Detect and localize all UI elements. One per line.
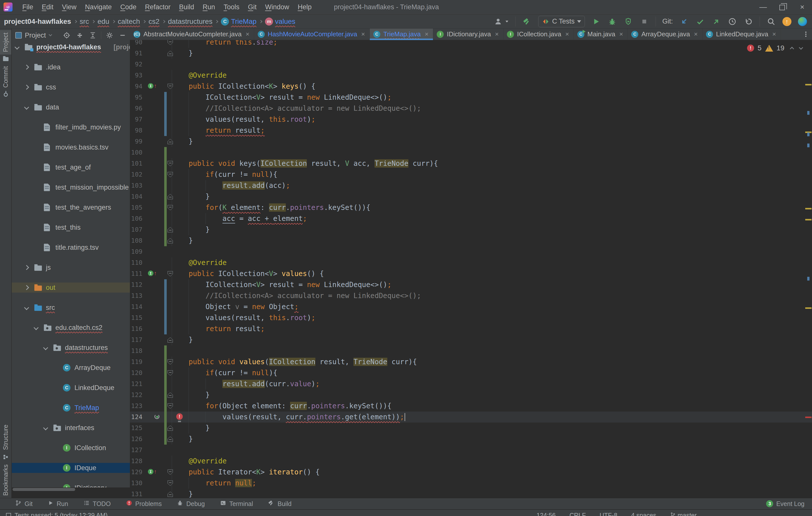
code-line-127[interactable]: 127 [130, 445, 812, 456]
menu-tools[interactable]: Tools [220, 0, 244, 14]
inspections-widget[interactable]: ! 5 19 [747, 44, 803, 52]
code-line-92[interactable]: 92 [130, 59, 812, 70]
code-line-100[interactable]: 100 [130, 147, 812, 158]
chevron-down-icon[interactable] [34, 325, 38, 330]
tab-close-icon[interactable]: × [619, 30, 623, 38]
code-line-95[interactable]: 95 ICollection<V> result = new LinkedDeq… [130, 92, 812, 103]
code-line-103[interactable]: 103 result.add(acc); [130, 180, 812, 191]
tab-ICollection.java[interactable]: IICollection.java× [503, 29, 574, 40]
rollback-icon[interactable] [744, 17, 753, 26]
status-widget-4-spaces[interactable]: 4 spaces [631, 512, 656, 516]
error-stripe-mark[interactable] [805, 417, 812, 418]
breadcrumb-caltech[interactable]: caltech [118, 18, 140, 26]
code-line-124[interactable]: 124! values(result, curr.pointers.get(el… [130, 412, 812, 423]
tree-item-project04-hawflakes[interactable]: project04-hawflakes [project04-aut [12, 42, 130, 52]
event-log-button[interactable]: 3Event Log [766, 500, 812, 508]
implements-method-gutter-icon[interactable]: I↑ [148, 83, 157, 89]
search-everywhere-icon[interactable] [766, 17, 776, 26]
prev-problem-icon[interactable] [790, 47, 794, 51]
code-line-126[interactable]: 126 } [130, 433, 812, 445]
tool-window-build[interactable]: Build [268, 500, 292, 508]
tree-item-test-this[interactable]: test_this [12, 222, 130, 233]
git-commit-icon[interactable] [695, 17, 705, 26]
chevron-down-icon[interactable] [24, 305, 29, 310]
change-stripe-mark[interactable] [807, 111, 810, 115]
code-line-128[interactable]: 128 @Override [130, 456, 812, 467]
tree-item-datastructures[interactable]: datastructures [12, 343, 130, 353]
restore-button[interactable] [773, 0, 792, 14]
menu-edit[interactable]: Edit [38, 0, 58, 14]
code-line-93[interactable]: 93 @Override [130, 70, 812, 81]
code-line-96[interactable]: 96 //ICollection<A> accumulator = new Li… [130, 103, 812, 114]
run-configuration-select[interactable]: C Tests [538, 16, 585, 27]
code-line-125[interactable]: 125 } [130, 423, 812, 433]
history-clock-icon[interactable] [727, 17, 737, 26]
tool-stripe-project[interactable]: Project [0, 30, 11, 55]
code-line-115[interactable]: 115 values(result, this.root); [130, 312, 812, 323]
tab-HashMovieAutoCompleter.java[interactable]: CHashMovieAutoCompleter.java× [254, 29, 370, 40]
chevron-right-icon[interactable] [24, 285, 29, 290]
menu-navigate[interactable]: Navigate [81, 0, 116, 14]
code-line-102[interactable]: 102 if(curr != null){ [130, 169, 812, 180]
code-line-119[interactable]: 119 public void values(ICollection resul… [130, 357, 812, 367]
project-view-combo[interactable]: Project [12, 32, 52, 39]
code-line-105[interactable]: 105 for(K element: curr.pointers.keySet(… [130, 202, 812, 213]
change-stripe-mark[interactable] [807, 277, 810, 280]
settings-gear-icon[interactable] [105, 31, 114, 40]
code-line-109[interactable]: 109 [130, 246, 812, 257]
code-with-me-icon[interactable] [798, 17, 807, 26]
breadcrumb-cs2[interactable]: cs2 [148, 18, 160, 26]
git-update-icon[interactable] [679, 17, 689, 26]
menu-help[interactable]: Help [293, 0, 316, 14]
tab-close-icon[interactable]: × [694, 30, 698, 38]
tree-item-css[interactable]: css [12, 82, 130, 92]
debug-button[interactable] [607, 17, 617, 26]
status-message[interactable]: Tests passed: 5 (today 12:39 AM) [6, 512, 108, 516]
tree-item-src[interactable]: src [12, 303, 130, 313]
tree-item-test-mission-impossible[interactable]: test_mission_impossible [12, 182, 130, 192]
tool-window-todo[interactable]: TODO [83, 500, 111, 508]
tab-TrieMap.java[interactable]: CTrieMap.java× [370, 29, 433, 40]
code-line-97[interactable]: 97 values(result, this.root); [130, 114, 812, 125]
warning-stripe-mark[interactable] [805, 219, 812, 220]
code-line-94[interactable]: 94I↑ public ICollection<K> keys() { [130, 81, 812, 92]
code-line-116[interactable]: 116 return result; [130, 323, 812, 334]
tree-item-icollection[interactable]: IICollection [12, 443, 130, 453]
menu-view[interactable]: View [58, 0, 81, 14]
code-line-91[interactable]: 91 } [130, 48, 812, 59]
menu-code[interactable]: Code [116, 0, 141, 14]
code-line-113[interactable]: 113 //ICollection<A> accumulator = new L… [130, 290, 812, 301]
code-line-112[interactable]: 112 ICollection<V> result = new LinkedDe… [130, 279, 812, 290]
recompile-gutter-icon[interactable] [154, 414, 160, 419]
code-line-114[interactable]: 114 Object v = new Object; [130, 301, 812, 312]
run-button[interactable] [591, 17, 601, 26]
code-line-111[interactable]: 111I↑ public ICollection<V> values() { [130, 268, 812, 279]
coverage-button[interactable] [624, 17, 633, 26]
tree-item-filter-imdb-movies.py[interactable]: filter_imdb_movies.py [12, 122, 130, 132]
status-widget-crlf[interactable]: CRLF [569, 512, 586, 516]
tree-item-title.ratings.tsv[interactable]: title.ratings.tsv [12, 242, 130, 252]
tool-window-problems[interactable]: Problems [126, 500, 162, 508]
tree-item-data[interactable]: data [12, 102, 130, 112]
tab-ArrayDeque.java[interactable]: CArrayDeque.java× [628, 29, 702, 40]
tool-stripe-commit[interactable]: Commit [0, 64, 11, 90]
tab-Main.java[interactable]: CMain.java× [574, 29, 628, 40]
tree-item-ideque[interactable]: IIDeque [12, 463, 130, 473]
code-line-120[interactable]: 120 if(curr != null){ [130, 367, 812, 378]
tab-close-icon[interactable]: × [425, 30, 429, 38]
implements-method-gutter-icon[interactable]: I↑ [148, 271, 157, 276]
tool-window-git[interactable]: Git [15, 500, 33, 508]
minimize-button[interactable]: — [753, 0, 773, 14]
chevron-down-icon[interactable] [14, 44, 20, 50]
hide-panel-icon[interactable] [118, 31, 127, 40]
tab-close-icon[interactable]: × [772, 30, 776, 38]
code-line-122[interactable]: 122 } [130, 390, 812, 400]
tree-item-idictionary[interactable]: IIDictionary [12, 483, 130, 487]
tab-IDictionary.java[interactable]: IIDictionary.java× [433, 29, 503, 40]
next-problem-icon[interactable] [799, 45, 803, 50]
code-line-117[interactable]: 117 } [130, 334, 812, 345]
stop-button[interactable] [640, 17, 649, 26]
breadcrumb-values[interactable]: mvalues [265, 18, 295, 26]
tab-close-icon[interactable]: × [495, 30, 499, 38]
warning-stripe-mark[interactable] [805, 84, 812, 85]
